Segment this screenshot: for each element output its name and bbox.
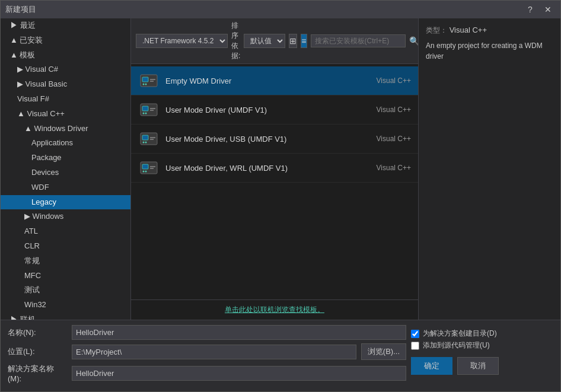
sidebar-item-visual-csharp[interactable]: ▶ Visual C# [1,62,130,77]
sidebar-item-ceshi[interactable]: 测试 [1,283,130,298]
sidebar-item-mfc[interactable]: MFC [1,269,130,283]
new-project-dialog: 新建项目 ? ✕ ▶ 最近 ▲ 已安装 ▲ 模板 ▶ Visual C#▶ Vi… [0,0,561,392]
name-row: 名称(N): [8,325,406,340]
view-grid-button[interactable]: ⊞ [289,34,297,48]
sidebar-item-guize[interactable]: 常规 [1,254,130,269]
template-name: User Mode Driver, WRL (UMDF V1) [165,164,371,173]
template-lang: Visual C++ [377,106,411,114]
template-icon [138,128,160,149]
name-label: 名称(N): [8,327,67,338]
search-icon: 🔍 [409,36,418,46]
sort-dropdown[interactable]: 默认值 [244,34,285,48]
svg-rect-19 [142,164,148,169]
left-panel: ▶ 最近 ▲ 已安装 ▲ 模板 ▶ Visual C#▶ Visual Basi… [1,18,131,320]
sidebar-item-windows-driver[interactable]: ▲ Windows Driver [1,122,130,136]
checkbox1-label[interactable]: 为解决方案创建目录(D) [423,329,497,339]
online-link-container: 单击此处以联机浏览查找模板。 [131,299,418,320]
type-prefix: 类型： [426,26,447,34]
bottom-area: 名称(N): 位置(L): 浏览(B)... 解决方案名称(M): [1,320,560,391]
sidebar-item-legacy[interactable]: Legacy [1,195,130,210]
sidebar-item-win32[interactable]: Win32 [1,298,130,313]
location-label: 位置(L): [8,346,67,357]
sidebar-item-visual-fsharp[interactable]: Visual F# [1,92,130,107]
location-input[interactable] [72,345,356,359]
browse-button[interactable]: 浏览(B)... [361,343,406,360]
help-button[interactable]: ? [522,4,538,15]
sidebar-item-atl[interactable]: ATL [1,224,130,239]
location-row: 位置(L): 浏览(B)... [8,343,406,360]
center-panel: .NET Framework 4.5.2 排序依据: 默认值 ⊞ ≡ 🔍 Emp… [131,18,418,320]
title-bar-controls: ? ✕ [522,4,556,15]
solution-label: 解决方案名称(M): [8,364,67,383]
template-toolbar: .NET Framework 4.5.2 排序依据: 默认值 ⊞ ≡ 🔍 [131,18,418,64]
checkbox1-row: 为解决方案创建目录(D) [411,329,497,339]
template-lang: Visual C++ [377,77,411,85]
sidebar-item-windows[interactable]: ▶ Windows [1,209,130,224]
svg-point-4 [143,84,145,85]
tree-container: ▶ Visual C#▶ Visual BasicVisual F#▲ Visu… [1,62,130,313]
template-description: An empty project for creating a WDM driv… [426,40,553,62]
sidebar-item-visual-basic[interactable]: ▶ Visual Basic [1,77,130,92]
svg-point-17 [145,142,147,144]
template-icon [138,99,160,120]
close-button[interactable]: ✕ [540,4,556,15]
main-area: ▶ 最近 ▲ 已安装 ▲ 模板 ▶ Visual C#▶ Visual Basi… [1,18,560,320]
checkbox2-row: 添加到源代码管理(U) [411,340,490,350]
sidebar-item-applications[interactable]: Applications [1,136,130,151]
sidebar-item-templates[interactable]: ▲ 模板 [1,48,130,63]
dialog-title: 新建项目 [5,4,36,15]
svg-point-23 [145,171,147,173]
online-link[interactable]: 单击此处以联机浏览查找模板。 [225,305,324,314]
sidebar-item-online[interactable]: ▶ 联机 [1,313,130,320]
sidebar-item-installed[interactable]: ▲ 已安装 [1,33,130,48]
sidebar-item-visual-cpp[interactable]: ▲ Visual C++ [1,107,130,122]
svg-rect-13 [142,135,148,140]
template-item-user-mode-wrl[interactable]: User Mode Driver, WRL (UMDF V1)Visual C+… [131,154,418,183]
template-item-user-mode-umdf1[interactable]: User Mode Driver (UMDF V1)Visual C++ [131,95,418,125]
bottom-right-section: 为解决方案创建目录(D) 添加到源代码管理(U) 确定 取消 [411,325,553,375]
sidebar-item-wdf[interactable]: WDF [1,180,130,195]
template-icon [138,70,160,91]
template-item-empty-wdm[interactable]: Empty WDM DriverVisual C++ [131,66,418,95]
cancel-button[interactable]: 取消 [457,357,499,375]
bottom-buttons: 确定 取消 [411,357,499,375]
svg-point-5 [145,84,147,85]
svg-point-10 [143,113,145,114]
template-icon [138,157,160,179]
sort-label: 排序依据: [231,21,240,61]
solution-input[interactable] [72,366,406,381]
view-list-button[interactable]: ≡ [301,34,307,48]
title-bar: 新建项目 ? ✕ [1,1,560,18]
framework-dropdown[interactable]: .NET Framework 4.5.2 [136,34,228,48]
sidebar-item-recent[interactable]: ▶ 最近 [1,18,130,33]
sidebar-item-clr[interactable]: CLR [1,239,130,254]
template-item-user-mode-usb[interactable]: User Mode Driver, USB (UMDF V1)Visual C+… [131,125,418,154]
template-lang: Visual C++ [377,135,411,143]
checkbox2-label[interactable]: 添加到源代码管理(U) [423,340,490,350]
ok-button[interactable]: 确定 [411,357,452,375]
sidebar-item-devices[interactable]: Devices [1,165,130,180]
solution-row: 解决方案名称(M): [8,364,406,383]
template-name: User Mode Driver (UMDF V1) [165,106,371,114]
name-input[interactable] [72,325,406,340]
type-row: 类型： Visual C++ [426,26,553,36]
svg-point-22 [143,171,145,173]
sidebar-item-package[interactable]: Package [1,151,130,165]
svg-rect-1 [142,77,148,82]
type-value: Visual C++ [450,26,487,34]
template-name: Empty WDM Driver [165,77,371,85]
svg-point-11 [145,113,147,114]
template-name: User Mode Driver, USB (UMDF V1) [165,135,371,144]
add-source-control-checkbox[interactable] [411,342,419,350]
templates-list: Empty WDM DriverVisual C++ User Mode Dri… [131,64,418,299]
svg-rect-7 [142,106,148,111]
search-input[interactable] [311,34,406,47]
right-panel: 类型： Visual C++ An empty project for crea… [418,18,560,320]
svg-point-16 [143,142,145,144]
template-lang: Visual C++ [377,164,411,172]
create-directory-checkbox[interactable] [411,330,419,338]
